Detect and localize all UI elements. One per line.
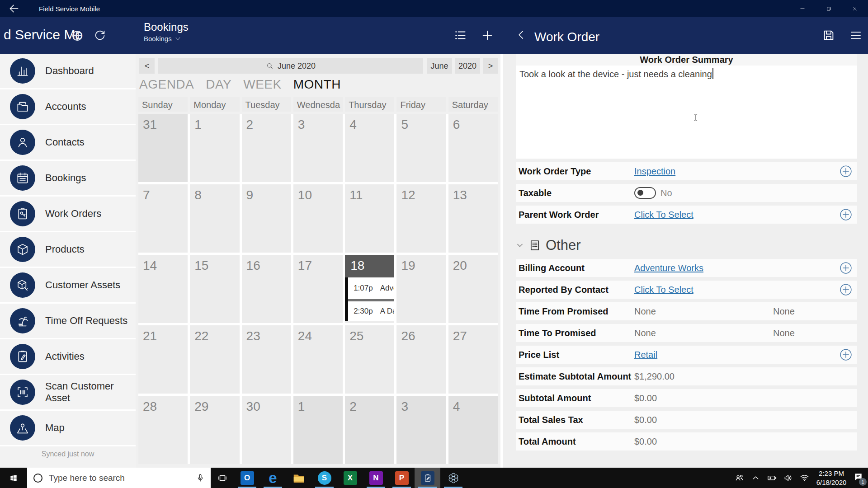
add-icon[interactable] xyxy=(481,28,494,42)
calendar-day[interactable]: 17 xyxy=(293,255,343,323)
summary-textarea[interactable]: Took a look at the device - just needs a… xyxy=(516,66,857,159)
sidebar-item-accounts[interactable]: Accounts xyxy=(0,89,136,125)
back-arrow-icon[interactable] xyxy=(8,3,20,14)
sidebar-item-customer-assets[interactable]: Customer Assets xyxy=(0,268,136,304)
calendar-day[interactable]: 3 xyxy=(293,114,343,182)
calendar-day[interactable]: 3 xyxy=(396,396,446,464)
calendar-day[interactable]: 6 xyxy=(448,114,498,182)
sidebar-item-time-off-requests[interactable]: Time Off Requests xyxy=(0,304,136,339)
calendar-day[interactable]: 1 xyxy=(293,396,343,464)
calendar-day[interactable]: 2 xyxy=(345,396,394,464)
tab-agenda[interactable]: AGENDA xyxy=(139,77,194,92)
taskbar-app-file-explorer[interactable] xyxy=(286,468,311,488)
field-value-link[interactable]: Adventure Works xyxy=(634,263,703,273)
add-record-button[interactable] xyxy=(839,164,853,178)
start-button[interactable] xyxy=(0,468,27,488)
task-view-button[interactable] xyxy=(211,468,234,488)
add-record-button[interactable] xyxy=(839,261,853,275)
tray-speaker-icon[interactable] xyxy=(783,473,793,483)
taskbar-app-excel[interactable]: X xyxy=(337,468,363,488)
calendar-day[interactable]: 11 xyxy=(345,184,394,253)
calendar-day[interactable]: 5 xyxy=(396,114,446,182)
sidebar-item-products[interactable]: Products xyxy=(0,232,136,268)
sidebar-item-contacts[interactable]: Contacts xyxy=(0,125,136,161)
taskbar-app-outlook[interactable]: O xyxy=(234,468,260,488)
field-value-link[interactable]: Inspection xyxy=(634,166,675,177)
calendar-day[interactable]: 25 xyxy=(345,325,394,394)
restore-button[interactable] xyxy=(816,0,842,17)
calendar-day[interactable]: 29 xyxy=(190,396,239,464)
taskbar-search[interactable]: Type here to search xyxy=(27,468,211,488)
calendar-day[interactable]: 4 xyxy=(345,114,394,182)
tray-clock[interactable]: 2:23 PM 6/18/2020 xyxy=(816,469,847,487)
microphone-icon[interactable] xyxy=(195,473,205,483)
calendar-day[interactable]: 2 xyxy=(242,114,291,182)
field-value[interactable]: None xyxy=(634,328,773,338)
month-button[interactable]: June xyxy=(427,58,452,74)
taskbar-app-powerpoint[interactable]: P xyxy=(389,468,415,488)
calendar-day[interactable]: 7 xyxy=(138,184,188,253)
calendar-day[interactable]: 21 xyxy=(138,325,188,394)
next-month-button[interactable]: > xyxy=(483,58,498,74)
list-view-icon[interactable] xyxy=(453,28,467,42)
field-value-2[interactable]: None xyxy=(773,306,795,317)
calendar-event[interactable]: 2:30pA Datu xyxy=(348,299,394,321)
calendar-day[interactable]: 9 xyxy=(242,184,291,253)
add-record-button[interactable] xyxy=(839,348,853,361)
field-value[interactable]: None xyxy=(634,306,773,317)
detail-back-icon[interactable] xyxy=(515,29,527,41)
tab-month[interactable]: MONTH xyxy=(293,77,341,92)
sidebar-item-dashboard[interactable]: Dashboard xyxy=(0,54,136,89)
calendar-day[interactable]: 13 xyxy=(448,184,498,253)
calendar-event[interactable]: 1:07pAdvent xyxy=(348,277,394,299)
tray-people-icon[interactable] xyxy=(734,473,745,483)
sidebar-item-map[interactable]: Map xyxy=(0,411,136,446)
calendar-day[interactable]: 23 xyxy=(242,325,291,394)
calendar-day[interactable]: 19 xyxy=(396,255,446,323)
taskbar-app-dynamics[interactable] xyxy=(440,468,466,488)
sidebar-item-activities[interactable]: Activities xyxy=(0,339,136,375)
section-header-other[interactable]: Other xyxy=(516,237,857,253)
add-record-button[interactable] xyxy=(839,283,853,296)
taskbar-app-edge[interactable]: e xyxy=(260,468,286,488)
sidebar-item-scan-customer-asset[interactable]: Scan Customer Asset xyxy=(0,375,136,411)
tab-day[interactable]: DAY xyxy=(206,77,231,92)
sidebar-item-work-orders[interactable]: Work Orders xyxy=(0,197,136,232)
calendar-day[interactable]: 24 xyxy=(293,325,343,394)
prev-month-button[interactable]: < xyxy=(139,58,155,74)
refresh-icon[interactable] xyxy=(93,29,107,42)
taskbar-app-onenote[interactable]: N xyxy=(363,468,389,488)
tab-week[interactable]: WEEK xyxy=(243,77,281,92)
calendar-day[interactable]: 10 xyxy=(293,184,343,253)
menu-icon[interactable] xyxy=(849,28,863,42)
calendar-day[interactable]: 30 xyxy=(242,396,291,464)
minimize-button[interactable] xyxy=(789,0,816,17)
calendar-day[interactable]: 20 xyxy=(448,255,498,323)
calendar-day[interactable]: 15 xyxy=(190,255,239,323)
calendar-day[interactable]: 12 xyxy=(396,184,446,253)
field-value-link[interactable]: Retail xyxy=(634,350,657,360)
tray-battery-icon[interactable] xyxy=(767,473,777,483)
taskbar-app-field-service-mobile[interactable] xyxy=(415,468,440,488)
calendar-day[interactable]: 31 xyxy=(138,114,188,182)
field-value-link[interactable]: Click To Select xyxy=(634,210,693,220)
tray-wifi-icon[interactable] xyxy=(799,473,810,483)
calendar-day[interactable]: 14 xyxy=(138,255,188,323)
calendar-day[interactable]: 28 xyxy=(138,396,188,464)
tray-chevron-up-icon[interactable] xyxy=(750,473,761,483)
calendar-day-selected[interactable]: 181:07pAdvent2:30pA Datu xyxy=(345,255,394,323)
view-selector[interactable]: Bookings xyxy=(144,35,189,42)
close-button[interactable] xyxy=(842,0,868,17)
taxable-toggle[interactable] xyxy=(634,187,656,199)
save-icon[interactable] xyxy=(822,28,835,42)
calendar-day[interactable]: 4 xyxy=(448,396,498,464)
calendar-search-box[interactable]: June 2020 xyxy=(158,58,423,74)
calendar-day[interactable]: 26 xyxy=(396,325,446,394)
action-center-button[interactable]: 1 xyxy=(853,472,863,484)
taskbar-app-skype[interactable]: S xyxy=(311,468,337,488)
calendar-day[interactable]: 27 xyxy=(448,325,498,394)
year-button[interactable]: 2020 xyxy=(455,58,480,74)
field-value-2[interactable]: None xyxy=(773,328,795,338)
sidebar-item-bookings[interactable]: Bookings xyxy=(0,161,136,197)
calendar-day[interactable]: 22 xyxy=(190,325,239,394)
